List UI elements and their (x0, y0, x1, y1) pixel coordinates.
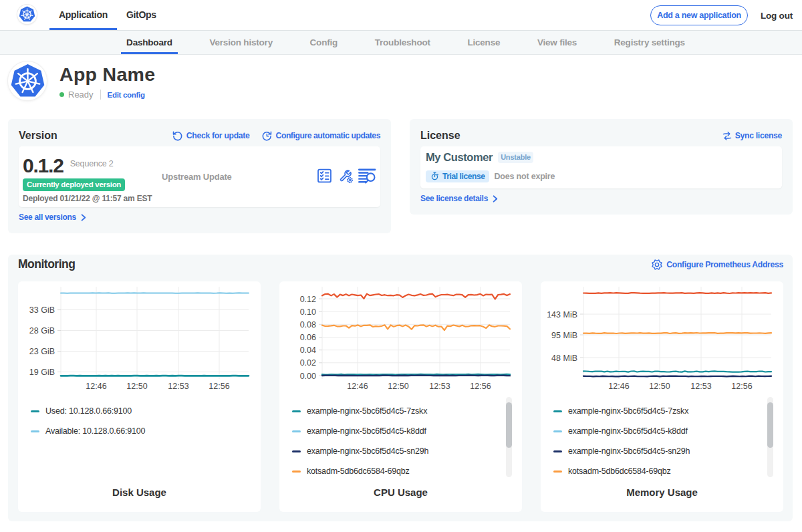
svg-text:12:50: 12:50 (649, 382, 670, 391)
svg-text:0.04: 0.04 (300, 346, 316, 355)
svg-text:12:46: 12:46 (86, 382, 106, 391)
svg-text:12:53: 12:53 (168, 382, 188, 391)
svg-text:12:50: 12:50 (126, 382, 147, 391)
svg-text:12:46: 12:46 (347, 382, 368, 391)
svg-text:33 GiB: 33 GiB (29, 305, 55, 315)
svg-text:0.06: 0.06 (300, 333, 316, 342)
svg-text:23 GiB: 23 GiB (29, 347, 55, 356)
svg-text:12:56: 12:56 (731, 382, 752, 391)
svg-text:0.12: 0.12 (300, 295, 316, 304)
svg-text:0.08: 0.08 (300, 320, 316, 329)
svg-text:0.00: 0.00 (300, 372, 316, 381)
svg-text:95 MiB: 95 MiB (551, 331, 577, 340)
svg-text:12:50: 12:50 (388, 382, 408, 391)
svg-text:12:46: 12:46 (608, 382, 629, 391)
svg-text:12:56: 12:56 (209, 382, 229, 391)
svg-text:0.10: 0.10 (300, 307, 316, 317)
svg-text:143 MiB: 143 MiB (547, 310, 577, 319)
svg-text:48 MiB: 48 MiB (551, 354, 577, 363)
svg-text:19 GiB: 19 GiB (29, 368, 55, 377)
svg-text:0.02: 0.02 (300, 358, 316, 368)
svg-text:12:53: 12:53 (429, 382, 450, 391)
svg-text:28 GiB: 28 GiB (29, 326, 55, 336)
svg-text:12:53: 12:53 (690, 382, 711, 391)
svg-text:12:56: 12:56 (470, 382, 491, 391)
